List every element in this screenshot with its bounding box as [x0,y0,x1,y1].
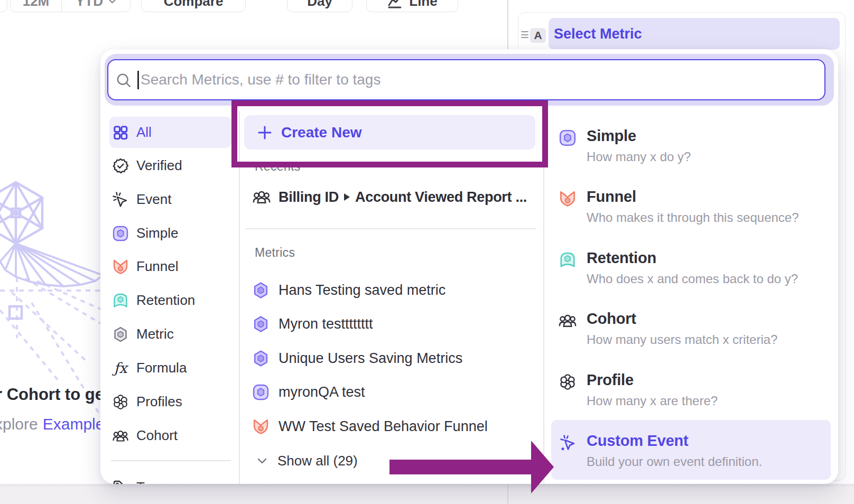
metric-list-item[interactable]: WW Test Saved Behavior Funnel [252,414,540,438]
event-icon [112,191,129,208]
metrics-label: Metrics [255,246,295,260]
canvas-heading-fragment: r Cohort to ge [0,385,100,404]
sidebar-item-funnel[interactable]: Funnel [109,251,231,282]
screen: 12M YTD Compare Day Line [0,0,854,504]
metric-list-item[interactable]: Myron testttttttt [252,312,540,336]
search-icon [116,72,133,89]
cohort-icon [112,427,129,444]
grid-icon [112,124,129,141]
line-chart-type-button[interactable]: Line [366,0,458,12]
metric-list-item[interactable]: myronQA test [252,380,540,404]
sidebar-item-event[interactable]: Event [109,184,231,215]
metric-icon [112,326,129,343]
row-letter-badge: A [530,28,546,43]
profiles-icon [558,372,577,391]
compare-button[interactable]: Compare [141,0,246,12]
funnel-icon [112,258,129,275]
cohort-icon [558,311,577,330]
metric-hexagon-icon [252,350,270,367]
verified-icon [112,157,129,174]
canvas-explore-line: xplore Example [0,415,100,433]
sidebar-item-profiles[interactable]: Profiles [109,386,231,417]
line-chart-icon [387,0,403,10]
day-button[interactable]: Day [287,0,352,12]
search-input[interactable] [141,60,775,99]
custom-event-highlight [551,420,831,480]
range-ytd-button[interactable]: YTD [61,0,130,12]
annotation-rectangle [231,100,548,167]
cohort-icon [252,188,271,207]
funnel-icon [558,189,577,208]
select-metric-pill[interactable]: Select Metric [549,18,840,50]
drag-handle-icon[interactable] [521,31,528,38]
breadcrumb-arrow-icon [344,193,350,201]
sidebar-item-metric[interactable]: Metric [109,319,231,350]
metric-list-item[interactable]: Unique Users Saving Metrics [252,346,540,370]
sidebar-item-tags[interactable]: Tags [109,472,231,484]
metric-hexagon-icon [252,282,270,299]
chevron-down-icon [257,458,267,464]
simple-icon [112,225,129,242]
funnel-icon [252,418,270,435]
sidebar-item-cohort[interactable]: Cohort [109,420,231,451]
chevron-down-icon [108,0,116,4]
sidebar-item-all[interactable]: All [109,117,231,148]
explore-text-fragment: xplore [0,415,38,433]
text-caret [137,71,139,89]
metric-list-item[interactable]: Hans Testing saved metric [252,278,540,302]
metric-hexagon-icon [252,315,270,333]
range-12m-button[interactable]: 12M [11,0,61,12]
sidebar-item-verified[interactable]: Verified [109,150,231,181]
tag-icon [112,479,129,484]
recents-divider [246,228,536,229]
retention-icon [558,250,577,269]
sidebar-item-formula[interactable]: ƒx Formula [109,352,231,384]
sidebar-item-simple[interactable]: Simple [109,218,231,249]
simple-icon [558,128,577,147]
profiles-icon [112,394,129,410]
search-box [107,59,825,100]
toolbar-fragment-button[interactable] [0,0,7,12]
example-link[interactable]: Example [43,415,100,433]
retention-icon [112,292,129,309]
recent-item[interactable]: Billing IDAccount Viewed Report ... [252,185,540,209]
custom-event-icon [558,433,577,452]
simple-icon [252,384,270,401]
sidebar-item-retention[interactable]: Retention [109,285,231,316]
date-range-control: 12M YTD [10,0,131,12]
formula-icon: ƒx [112,360,129,377]
sidebar-section-divider [111,460,231,461]
annotation-arrow-icon [388,440,555,498]
